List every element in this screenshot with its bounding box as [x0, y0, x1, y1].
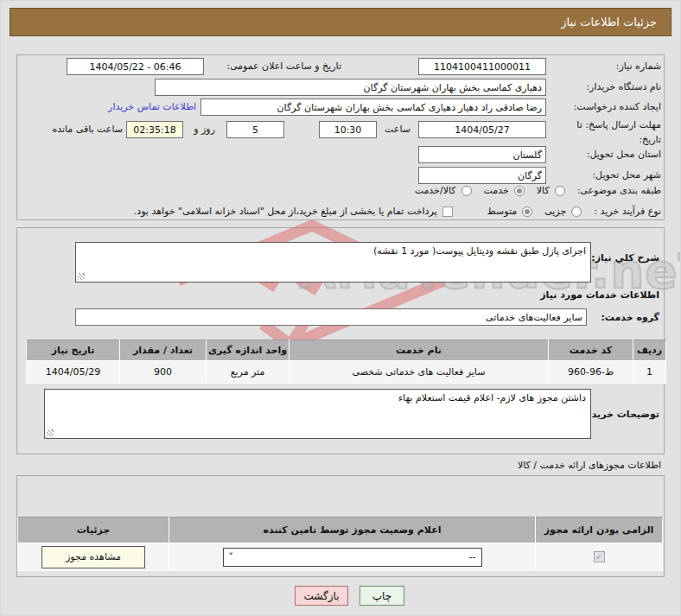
- reply-deadline-label: مهلت ارسال پاسخ: تا تاریخ:: [568, 118, 661, 147]
- delivery-city-label: شهر محل تحویل:: [592, 169, 661, 181]
- radio-option-goods[interactable]: کالا: [537, 185, 565, 196]
- radio-label: کالا/خدمت: [415, 185, 456, 196]
- col-service-code: کد خدمت: [549, 340, 633, 361]
- purchase-process-row: نوع فرآیند خرید : جزیی متوسط پرداخت تمام…: [134, 206, 661, 217]
- license-status-select[interactable]: -- ˅: [223, 548, 482, 567]
- delivery-province-label: استان محل تحویل:: [587, 149, 661, 160]
- subject-classification-label: طبقه بندی موضوعی:: [577, 185, 661, 196]
- cell-service-name: سایر فعالیت های خدماتی شخصی: [290, 361, 549, 384]
- radio-option-medium[interactable]: متوسط: [487, 206, 533, 217]
- radio-icon[interactable]: [514, 186, 525, 196]
- resize-grip-icon: [78, 273, 85, 280]
- radio-label: جزیی: [544, 206, 566, 217]
- countdown-timer-field: 02:35:18: [126, 121, 183, 138]
- cell-service-code: ط-96-960: [549, 361, 633, 384]
- print-button[interactable]: چاپ: [360, 586, 404, 606]
- col-service-name: نام خدمت: [290, 340, 549, 361]
- col-unit: واحد اندازه گیری: [207, 340, 290, 361]
- radio-label: کالا: [537, 185, 550, 196]
- treasury-payment-label: پرداخت تمام یا بخشی از مبلغ خرید،از محل …: [134, 206, 437, 217]
- licenses-table-header: الزامی بودن ارائه مجوز اعلام وضعیت مجوز …: [18, 518, 663, 543]
- buyer-notes-textarea[interactable]: داشتن مجوز های لازم- اعلام قیمت استعلام …: [44, 389, 591, 439]
- radio-label: خدمت: [484, 185, 509, 196]
- purchase-process-label: نوع فرآیند خرید :: [594, 206, 661, 217]
- need-description-textarea[interactable]: اجرای پازل طبق نقشه ودیتایل پیوست( مورد …: [75, 242, 591, 283]
- checkbox-icon[interactable]: [442, 206, 453, 217]
- delivery-city-field[interactable]: گرگان: [418, 167, 546, 184]
- col-details: جزئیات: [18, 518, 169, 543]
- services-section-heading: اطلاعات خدمات مورد نیاز: [540, 289, 659, 301]
- need-description-label: شرح کلي نیاز:: [591, 252, 659, 264]
- table-row: 1 ط-96-960 سایر فعالیت های خدماتی شخصی م…: [27, 361, 666, 384]
- cell-need-date: 1404/05/29: [27, 361, 120, 384]
- need-number-field[interactable]: 1104100411000011: [418, 58, 546, 75]
- services-table: ردیف کد خدمت نام خدمت واحد اندازه گیری ت…: [26, 340, 666, 384]
- radio-option-minor[interactable]: جزیی: [544, 206, 582, 217]
- request-creator-field[interactable]: رضا صادقی راد دهیار دهیاری کماسی بخش بها…: [200, 98, 546, 116]
- buyer-org-field[interactable]: دهیاری کماسی بخش بهاران شهرستان گرگان: [155, 79, 546, 96]
- cell-row-number: 1: [633, 361, 666, 384]
- deadline-date-field[interactable]: 1404/05/27: [418, 121, 546, 138]
- radio-option-goods-service[interactable]: کالا/خدمت: [415, 185, 472, 196]
- days-and-label: روز و: [194, 124, 215, 135]
- col-row-number: ردیف: [633, 340, 666, 361]
- services-table-header: ردیف کد خدمت نام خدمت واحد اندازه گیری ت…: [27, 340, 666, 361]
- table-row: -- ˅ مشاهده مجوز: [18, 543, 663, 571]
- buyer-notes-text: داشتن مجوز های لازم- اعلام قیمت استعلام …: [398, 392, 586, 403]
- cell-quantity: 900: [120, 361, 207, 384]
- announce-datetime-label: تاریخ و ساعت اعلان عمومی:: [226, 60, 341, 72]
- service-group-field[interactable]: سایر فعالیت‌های خدماتی: [75, 308, 587, 326]
- need-number-label: شماره نیاز:: [616, 60, 661, 72]
- radio-icon[interactable]: [522, 206, 532, 217]
- back-button[interactable]: بازگشت: [295, 586, 348, 606]
- cell-unit: متر مربع: [207, 361, 290, 384]
- licenses-table: الزامی بودن ارائه مجوز اعلام وضعیت مجوز …: [17, 517, 663, 571]
- selected-value: --: [469, 551, 476, 562]
- page-title: جزئیات اطلاعات نیاز: [10, 8, 671, 36]
- delivery-province-field[interactable]: گلستان: [418, 146, 546, 163]
- radio-icon[interactable]: [555, 186, 565, 196]
- deadline-time-field[interactable]: 10:30: [319, 121, 377, 138]
- hours-remaining-label: ساعت باقی مانده: [52, 124, 123, 135]
- cell-details: مشاهده مجوز: [18, 543, 169, 571]
- dropdown-arrow-icon: ˅: [229, 551, 234, 562]
- license-required-checkbox-icon: [594, 551, 605, 562]
- col-quantity: تعداد / مقدار: [120, 340, 207, 361]
- radio-icon[interactable]: [571, 206, 582, 217]
- subject-classification-row: طبقه بندی موضوعی: کالا خدمت کالا/خدمت: [415, 185, 661, 196]
- buyer-org-label: نام دستگاه خریدار:: [586, 81, 661, 92]
- view-license-button[interactable]: مشاهده مجوز: [41, 546, 145, 568]
- request-creator-label: ایجاد کننده درخواست:: [574, 101, 661, 112]
- col-license-required: الزامی بودن ارائه مجوز: [536, 518, 663, 543]
- radio-option-service[interactable]: خدمت: [484, 185, 525, 196]
- service-group-label: گروه خدمت:: [601, 312, 659, 323]
- need-description-text: اجرای پازل طبق نقشه ودیتایل پیوست( مورد …: [373, 245, 586, 257]
- col-license-status: اعلام وضعیت مجوز توسط تامین کننده: [169, 518, 536, 543]
- deadline-hour-label: ساعت: [385, 124, 411, 135]
- licenses-section-heading: اطلاعات مجوزهای ارائه خدمت / کالا: [518, 460, 661, 471]
- buyer-notes-label: توضیحات خریدار:: [579, 409, 659, 420]
- cell-license-required: [536, 543, 663, 571]
- radio-label: متوسط: [487, 206, 518, 217]
- tender-detail-page: جزئیات اطلاعات نیاز AriaTender.neT شماره…: [0, 0, 681, 616]
- remaining-days-field[interactable]: 5: [226, 121, 284, 138]
- buyer-contact-link[interactable]: اطلاعات تماس خریدار: [108, 101, 196, 112]
- col-need-date: تاریخ نیاز: [27, 340, 120, 361]
- announce-datetime-field[interactable]: 1404/05/22 - 06:46: [67, 58, 204, 75]
- radio-icon[interactable]: [461, 186, 472, 196]
- treasury-payment-option[interactable]: پرداخت تمام یا بخشی از مبلغ خرید،از محل …: [134, 206, 453, 217]
- cell-license-status: -- ˅: [169, 543, 536, 571]
- resize-grip-icon: [47, 429, 54, 436]
